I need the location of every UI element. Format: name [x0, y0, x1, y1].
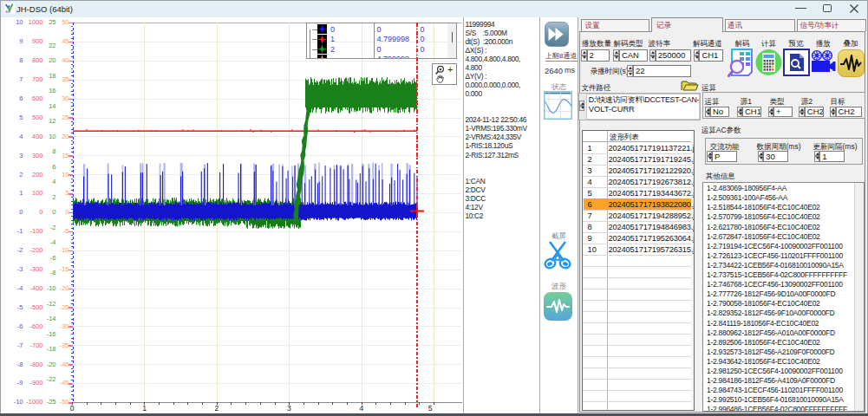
svg-text:so: so [5, 9, 10, 14]
